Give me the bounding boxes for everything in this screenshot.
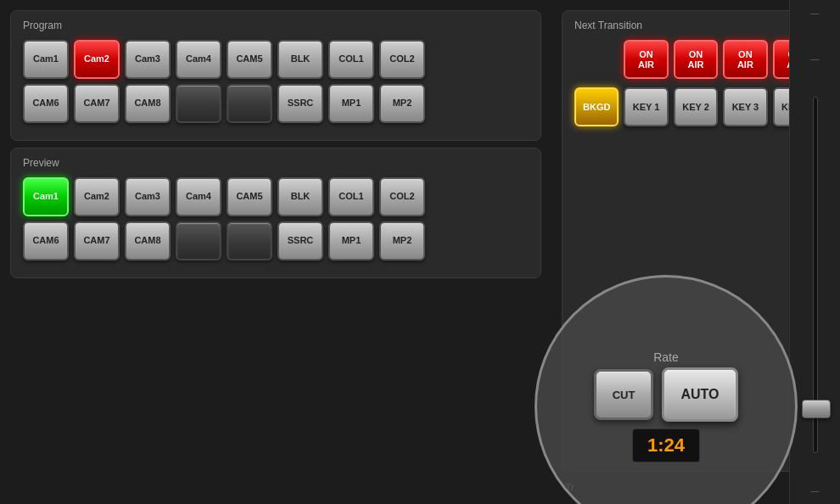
on-air-btn-3[interactable]: ON AIR — [723, 40, 767, 79]
on-air-3-line2: AIR — [737, 59, 753, 70]
on-air-btn-1[interactable]: ON AIR — [624, 40, 668, 79]
prog-dark1[interactable] — [176, 84, 221, 123]
prog-dark2[interactable] — [227, 84, 272, 123]
fader-panel: — — — — [789, 0, 840, 504]
prev-cam1[interactable]: Cam1 — [23, 177, 69, 216]
auto-button[interactable]: AUTO — [662, 367, 738, 422]
key1-btn[interactable]: KEY 1 — [624, 87, 668, 126]
on-air-2-line2: AIR — [687, 59, 703, 70]
prog-mp1[interactable]: MP1 — [328, 84, 374, 123]
prev-mp1[interactable]: MP1 — [328, 221, 374, 260]
key-row: BKGD KEY 1 KEY 2 KEY 3 KEY 4 — [574, 87, 817, 126]
prog-cam6[interactable]: CAM6 — [23, 84, 69, 123]
on-air-1-line1: ON — [639, 49, 653, 59]
prev-cam7[interactable]: CAM7 — [74, 221, 120, 260]
preview-row1: Cam1 Cam2 Cam3 Cam4 CAM5 BLK COL1 COL2 — [23, 177, 529, 216]
on-air-2-line1: ON — [689, 49, 703, 59]
prog-ssrc[interactable]: SSRC — [277, 84, 323, 123]
prev-dark1[interactable] — [176, 221, 221, 260]
on-air-1-line2: AIR — [638, 59, 654, 70]
next-transition-label: Next Transition — [574, 20, 817, 31]
prog-blk[interactable]: BLK — [277, 40, 323, 79]
key2-btn[interactable]: KEY 2 — [674, 87, 718, 126]
prog-cam7[interactable]: CAM7 — [74, 84, 120, 123]
prev-blk[interactable]: BLK — [277, 177, 323, 216]
prog-cam1[interactable]: Cam1 — [23, 40, 69, 79]
prog-cam4[interactable]: Cam4 — [176, 40, 221, 79]
prev-cam6[interactable]: CAM6 — [23, 221, 69, 260]
fader-bottom-marker: — — [811, 486, 820, 496]
prev-cam3[interactable]: Cam3 — [125, 177, 171, 216]
key3-btn[interactable]: KEY 3 — [723, 87, 767, 126]
rate-label: Rate — [653, 350, 679, 364]
rate-value: 1:24 — [632, 428, 700, 462]
prog-cam2[interactable]: Cam2 — [74, 40, 120, 79]
prog-cam8[interactable]: CAM8 — [125, 84, 171, 123]
prog-col1[interactable]: COL1 — [328, 40, 374, 79]
prev-cam2[interactable]: Cam2 — [74, 177, 120, 216]
prev-cam4[interactable]: Cam4 — [176, 177, 221, 216]
on-air-btn-2[interactable]: ON AIR — [674, 40, 718, 79]
rate-display: Rate — [653, 350, 679, 367]
program-row2: CAM6 CAM7 CAM8 SSRC MP1 MP2 — [23, 84, 529, 123]
prog-col2[interactable]: COL2 — [379, 40, 425, 79]
on-air-row: ON AIR ON AIR ON AIR ON AIR — [574, 40, 817, 79]
fader-handle[interactable] — [802, 400, 831, 418]
transition-controls: CUT AUTO — [594, 367, 738, 422]
prev-col2[interactable]: COL2 — [379, 177, 425, 216]
prev-cam5[interactable]: CAM5 — [227, 177, 272, 216]
prog-cam5[interactable]: CAM5 — [227, 40, 272, 79]
program-row1: Cam1 Cam2 Cam3 Cam4 CAM5 BLK COL1 COL2 — [23, 40, 529, 79]
prev-cam8[interactable]: CAM8 — [125, 221, 171, 260]
program-label: Program — [23, 20, 529, 31]
cut-button[interactable]: CUT — [594, 369, 653, 420]
preview-section: Preview Cam1 Cam2 Cam3 Cam4 CAM5 BLK COL… — [10, 148, 541, 278]
fader-track[interactable] — [813, 97, 818, 453]
prev-col1[interactable]: COL1 — [328, 177, 374, 216]
prev-ssrc[interactable]: SSRC — [277, 221, 323, 260]
program-section: Program Cam1 Cam2 Cam3 Cam4 CAM5 BLK COL… — [10, 10, 541, 141]
prev-mp2[interactable]: MP2 — [379, 221, 425, 260]
main-container: Program Cam1 Cam2 Cam3 Cam4 CAM5 BLK COL… — [0, 0, 840, 504]
prev-dark2[interactable] — [227, 221, 272, 260]
prog-mp2[interactable]: MP2 — [379, 84, 425, 123]
prog-cam3[interactable]: Cam3 — [125, 40, 171, 79]
preview-row2: CAM6 CAM7 CAM8 SSRC MP1 MP2 — [23, 221, 529, 260]
preview-label: Preview — [23, 157, 529, 169]
left-panel: Program Cam1 Cam2 Cam3 Cam4 CAM5 BLK COL… — [0, 0, 552, 504]
bkgd-btn[interactable]: BKGD — [574, 87, 619, 126]
fader-top-marker: — — [811, 8, 820, 18]
fader-mid-marker: — — [811, 54, 820, 64]
on-air-3-line1: ON — [738, 49, 753, 59]
